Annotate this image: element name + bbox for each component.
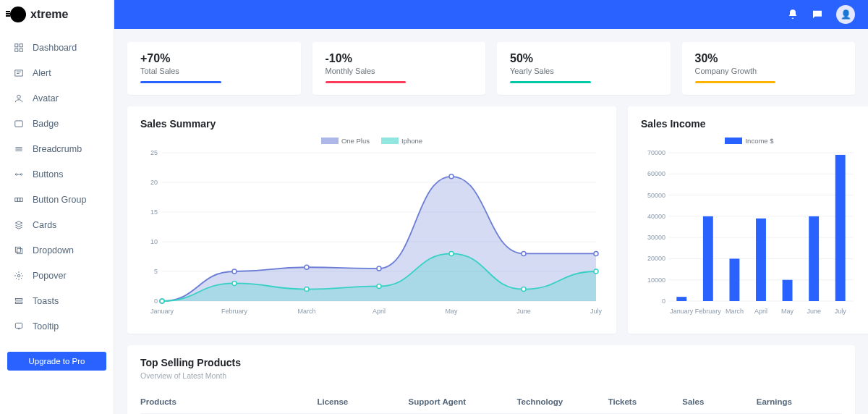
svg-text:June: June [516,308,531,315]
stat-label: Yearly Sales [510,67,658,75]
chat-icon[interactable] [812,9,823,20]
sidebar-item-alert[interactable]: Alert [0,60,114,85]
svg-point-13 [17,274,20,277]
svg-point-48 [522,287,526,292]
button-group-icon [13,194,24,205]
svg-text:0: 0 [154,297,158,305]
table-header-cell: Earnings [757,397,842,406]
svg-rect-76 [756,219,766,301]
svg-text:May: May [781,308,794,315]
sidebar-item-label: Buttons [33,169,63,179]
table-header-cell: License [317,397,402,406]
svg-rect-74 [703,216,713,301]
svg-text:February: February [695,308,722,315]
svg-point-44 [232,281,237,285]
sidebar-item-badge[interactable]: Badge [0,111,114,136]
chart-legend: Income $ [641,137,858,145]
svg-rect-79 [835,155,846,301]
sidebar-item-popover[interactable]: Popover [0,263,114,288]
stat-bar [510,81,591,83]
svg-text:July: July [835,308,847,315]
svg-rect-11 [15,247,20,252]
sidebar-item-buttons[interactable]: Buttons [0,161,114,187]
table-header-cell: Technology [516,397,602,406]
svg-rect-0 [14,43,17,46]
sidebar-item-breadcrumb[interactable]: Breadcrumb [0,136,114,161]
table-header-cell: Tickets [608,397,677,406]
svg-point-43 [160,299,164,303]
sidebar-item-label: Toasts [33,296,59,306]
stat-label: Total Sales [140,67,288,75]
sidebar-item-dropdown[interactable]: Dropdown [0,237,114,263]
table-header-cell: Sales [682,397,751,406]
svg-point-47 [449,251,454,255]
svg-point-45 [305,287,309,292]
svg-rect-12 [17,248,22,253]
svg-point-6 [15,173,17,174]
legend-item: One Plus [321,137,370,145]
stat-bar [695,81,776,83]
stat-card: -10%Monthly Sales [312,42,486,95]
sales-summary-chart: 0510152025JanuaryFebruaryMarchAprilMayJu… [140,149,603,319]
svg-text:40000: 40000 [647,213,665,220]
svg-text:20000: 20000 [647,255,665,262]
svg-point-38 [305,265,309,269]
svg-text:50000: 50000 [647,192,665,199]
svg-rect-2 [14,48,17,51]
sidebar-item-label: Tooltip [33,321,59,331]
main-content: +70%Total Sales-10%Monthly Sales50%Yearl… [114,0,868,414]
popover-icon [13,270,24,281]
svg-rect-5 [14,120,22,126]
sidebar-item-toasts[interactable]: Toasts [0,288,114,313]
svg-point-40 [449,174,454,179]
cards-icon [13,219,24,230]
upgrade-button[interactable]: Upgrade to Pro [7,352,106,371]
stat-label: Company Growth [695,67,843,75]
svg-rect-77 [783,280,793,301]
stat-value: -10% [326,52,473,65]
stat-value: +70% [140,52,288,65]
sidebar-item-button-group[interactable]: Button Group [0,187,114,212]
brand-logo[interactable]: xtreme [0,0,114,29]
svg-text:30000: 30000 [647,234,665,241]
top-products-card: Top Selling Products Overview of Latest … [127,345,855,414]
svg-text:60000: 60000 [647,170,665,177]
svg-point-7 [20,173,22,174]
sales-income-card: Sales Income Income $ 010000200003000040… [628,106,868,334]
svg-point-41 [522,251,526,255]
sidebar-item-dashboard[interactable]: Dashboard [0,35,114,60]
breadcrumb-icon [13,143,24,154]
dashboard-icon [13,42,24,53]
stats-row: +70%Total Sales-10%Monthly Sales50%Yearl… [127,42,855,95]
table-header-cell: Support Agent [409,397,511,406]
stat-card: 30%Company Growth [682,42,856,95]
sidebar-item-tooltip[interactable]: Tooltip [0,313,114,339]
stat-card: +70%Total Sales [127,42,301,95]
stat-card: 50%Yearly Sales [497,42,671,95]
topbar: 👤 [114,0,868,29]
sales-summary-card: Sales Summary One PlusIphone 0510152025J… [127,106,616,334]
sidebar-item-cards[interactable]: Cards [0,212,114,237]
sidebar-item-label: Badge [33,119,59,129]
table-header: ProductsLicenseSupport AgentTechnologyTi… [140,390,842,414]
sidebar-item-avatar[interactable]: Avatar [0,85,114,111]
svg-text:April: April [373,308,386,315]
bell-icon[interactable] [787,9,799,20]
svg-rect-10 [20,198,22,201]
brand-name: xtreme [30,8,68,21]
svg-text:5: 5 [154,268,158,275]
sidebar-item-label: Cards [33,220,56,230]
svg-rect-8 [14,198,17,201]
svg-rect-14 [15,298,22,300]
sidebar-item-label: Avatar [33,93,59,104]
svg-text:July: July [590,308,603,315]
user-avatar[interactable]: 👤 [836,5,855,24]
stat-bar [326,81,407,83]
stat-value: 30% [695,52,843,65]
svg-text:March: March [726,308,744,315]
svg-rect-9 [17,198,20,201]
svg-point-42 [594,251,598,255]
card-subtitle: Overview of Latest Month [140,371,842,380]
svg-text:March: March [297,308,315,315]
sidebar: xtreme DashboardAlertAvatarBadgeBreadcru… [0,0,114,414]
